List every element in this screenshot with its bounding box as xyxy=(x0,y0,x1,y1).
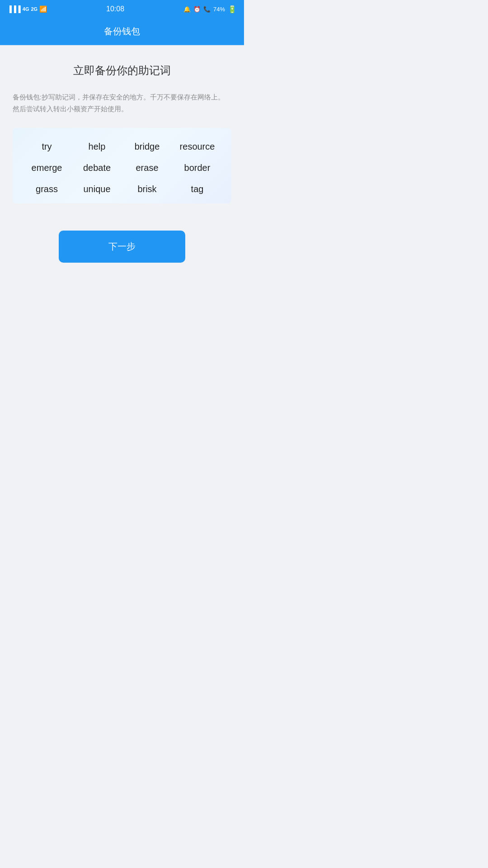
mnemonic-word-6: debate xyxy=(72,163,122,173)
clock-icon: ⏰ xyxy=(193,6,201,13)
mnemonic-word-4: resource xyxy=(172,142,222,152)
description-text: 备份钱包:抄写助记词，并保存在安全的地方。千万不要保存在网络上。然后尝试转入转出… xyxy=(13,91,231,114)
status-time: 10:08 xyxy=(106,5,124,13)
status-left: ▐▐▐ 4G 2G 📶 xyxy=(7,5,47,13)
status-right: 🔔 ⏰ 📞 74% 🔋 xyxy=(183,5,237,14)
next-button[interactable]: 下一步 xyxy=(59,231,185,263)
network-type-2g: 2G xyxy=(31,6,38,12)
section-title: 立即备份你的助记词 xyxy=(13,63,231,78)
mnemonic-word-11: brisk xyxy=(122,184,172,194)
mnemonic-word-7: erase xyxy=(122,163,172,173)
mnemonic-word-9: grass xyxy=(22,184,72,194)
header: 备份钱包 xyxy=(0,18,244,45)
mnemonic-word-5: emerge xyxy=(22,163,72,173)
main-content: 立即备份你的助记词 备份钱包:抄写助记词，并保存在安全的地方。千万不要保存在网络… xyxy=(0,45,244,294)
wifi-icon: 📶 xyxy=(39,5,47,13)
mnemonic-word-12: tag xyxy=(172,184,222,194)
status-bar: ▐▐▐ 4G 2G 📶 10:08 🔔 ⏰ 📞 74% 🔋 xyxy=(0,0,244,18)
mnemonic-box: tryhelpbridgeresourceemergedebateerasebo… xyxy=(13,128,231,203)
alarm-icon: 🔔 xyxy=(183,6,191,13)
signal-icon: ▐▐▐ xyxy=(7,5,21,13)
next-button-container: 下一步 xyxy=(13,231,231,281)
mnemonic-word-10: unique xyxy=(72,184,122,194)
mnemonic-word-2: help xyxy=(72,142,122,152)
call-icon: 📞 xyxy=(203,6,211,13)
network-type: 4G xyxy=(23,6,29,12)
battery-icon: 🔋 xyxy=(228,5,237,14)
mnemonic-grid: tryhelpbridgeresourceemergedebateerasebo… xyxy=(22,142,222,194)
mnemonic-word-3: bridge xyxy=(122,142,172,152)
battery-percent: 74% xyxy=(213,6,225,13)
mnemonic-word-1: try xyxy=(22,142,72,152)
header-title: 备份钱包 xyxy=(104,25,140,38)
mnemonic-word-8: border xyxy=(172,163,222,173)
